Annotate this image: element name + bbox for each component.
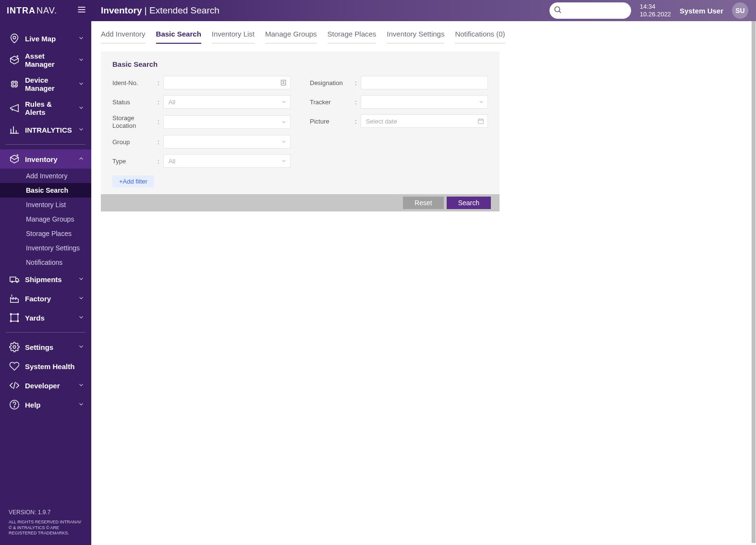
sub-add-inventory[interactable]: Add Inventory	[0, 169, 91, 183]
sidebar-item-rules-alerts[interactable]: Rules & Alerts	[0, 96, 91, 120]
chevron-down-icon	[78, 126, 85, 134]
sidebar-item-label: Asset Manager	[25, 52, 73, 68]
sidebar-item-developer[interactable]: Developer	[0, 376, 91, 395]
chevron-down-icon	[78, 35, 85, 42]
breadcrumb-sub: Extended Search	[149, 5, 219, 15]
svg-point-3	[13, 36, 16, 39]
select-type[interactable]	[163, 154, 291, 168]
chevron-down-icon	[281, 139, 287, 145]
factory-icon	[9, 293, 20, 304]
sub-manage-groups[interactable]: Manage Groups	[0, 212, 91, 226]
sidebar-item-label: Live Map	[25, 35, 73, 43]
box-plus-icon	[9, 54, 20, 66]
sidebar-item-settings[interactable]: Settings	[0, 337, 91, 357]
sidebar-item-label: Shipments	[25, 275, 73, 284]
tab-notifications[interactable]: Notifications (0)	[455, 30, 505, 44]
avatar[interactable]: SU	[732, 2, 748, 19]
tab-inventory-settings[interactable]: Inventory Settings	[387, 30, 444, 44]
sidebar-item-label: Device Manager	[25, 76, 73, 92]
chevron-down-icon	[281, 99, 287, 105]
version-label: VERSION:	[9, 509, 36, 516]
row-storage-location: Storage Location:	[112, 114, 291, 129]
search-panel: Basic Search Ident-No.: Status	[101, 51, 500, 211]
chip-icon	[9, 78, 20, 90]
svg-rect-37	[281, 80, 285, 86]
sidebar-item-label: System Health	[25, 362, 85, 371]
label-ident-no: Ident-No.	[112, 79, 154, 87]
sub-notifications[interactable]: Notifications	[0, 255, 91, 270]
tab-inventory-list[interactable]: Inventory List	[212, 30, 255, 44]
version-number: 1.9.7	[38, 509, 51, 516]
svg-rect-39	[478, 119, 484, 124]
header-search[interactable]	[549, 2, 631, 19]
sidebar-item-intralytics[interactable]: INTRALYTICS	[0, 120, 91, 139]
brand-main: INTRA	[7, 6, 36, 16]
sidebar-item-live-map[interactable]: Live Map	[0, 29, 91, 48]
box-plus-icon	[9, 153, 20, 165]
add-filter-button[interactable]: +Add filter	[112, 175, 154, 187]
sub-storage-places[interactable]: Storage Places	[0, 226, 91, 241]
form-columns: Ident-No.: Status:	[112, 76, 488, 187]
reset-button[interactable]: Reset	[403, 197, 444, 209]
hamburger-icon[interactable]	[77, 5, 86, 16]
svg-point-31	[13, 346, 16, 348]
input-ident-no[interactable]	[163, 76, 291, 89]
row-designation: Designation:	[310, 76, 488, 89]
sidebar: INTRANAV. Live Map Asset Manager Device	[0, 0, 91, 545]
panel-footer: Reset Search	[101, 194, 500, 211]
sidebar-item-label: Developer	[25, 382, 73, 390]
sidebar-item-device-manager[interactable]: Device Manager	[0, 72, 91, 96]
sidebar-item-shipments[interactable]: Shipments	[0, 270, 91, 289]
chevron-down-icon	[78, 401, 85, 409]
pin-icon	[9, 33, 20, 44]
sidebar-item-asset-manager[interactable]: Asset Manager	[0, 48, 91, 72]
sub-basic-search[interactable]: Basic Search	[0, 183, 91, 198]
label-type: Type	[112, 158, 154, 165]
chevron-down-icon	[478, 99, 484, 105]
help-icon	[9, 399, 20, 410]
brand-logo: INTRANAV.	[7, 6, 57, 16]
select-storage-location[interactable]	[163, 115, 291, 129]
svg-point-23	[12, 281, 13, 283]
header-username: System User	[680, 7, 723, 15]
scrollbar[interactable]	[751, 21, 756, 543]
megaphone-icon	[9, 102, 20, 114]
sidebar-item-yards[interactable]: Yards	[0, 308, 91, 327]
sidebar-divider	[6, 332, 85, 333]
search-button[interactable]: Search	[447, 197, 491, 209]
tab-add-inventory[interactable]: Add Inventory	[101, 30, 146, 44]
chevron-down-icon	[281, 158, 287, 164]
input-picture-date[interactable]	[361, 114, 488, 128]
chevron-down-icon	[281, 119, 287, 125]
svg-rect-22	[10, 277, 16, 281]
sidebar-item-inventory[interactable]: Inventory	[0, 149, 91, 169]
row-picture: Picture:	[310, 114, 488, 128]
chevron-down-icon	[78, 382, 85, 389]
select-tracker[interactable]	[361, 95, 488, 109]
label-tracker: Tracker	[310, 99, 351, 106]
scrollbar-thumb[interactable]	[752, 21, 756, 543]
id-card-icon[interactable]	[280, 79, 287, 86]
select-group[interactable]	[163, 135, 291, 149]
sub-inventory-settings[interactable]: Inventory Settings	[0, 241, 91, 255]
search-input[interactable]	[565, 7, 646, 14]
row-group: Group:	[112, 135, 291, 149]
breadcrumb-main: Inventory	[101, 5, 142, 15]
calendar-icon	[477, 118, 484, 124]
brand-sub: NAV.	[37, 6, 57, 16]
panel-title: Basic Search	[112, 60, 488, 68]
sub-inventory-list[interactable]: Inventory List	[0, 198, 91, 212]
tab-manage-groups[interactable]: Manage Groups	[265, 30, 317, 44]
chevron-down-icon	[78, 295, 85, 302]
sidebar-item-factory[interactable]: Factory	[0, 289, 91, 308]
tab-storage-places[interactable]: Storage Places	[328, 30, 377, 44]
gear-icon	[9, 341, 20, 353]
tab-basic-search[interactable]: Basic Search	[156, 30, 201, 44]
svg-line-32	[13, 382, 15, 389]
sidebar-item-system-health[interactable]: System Health	[0, 357, 91, 376]
input-designation[interactable]	[361, 76, 488, 89]
sidebar-item-help[interactable]: Help	[0, 395, 91, 414]
header-datetime: 14:34 10.26.2022	[640, 3, 671, 19]
sidebar-item-label: Inventory	[25, 155, 73, 163]
select-status[interactable]	[163, 95, 291, 109]
